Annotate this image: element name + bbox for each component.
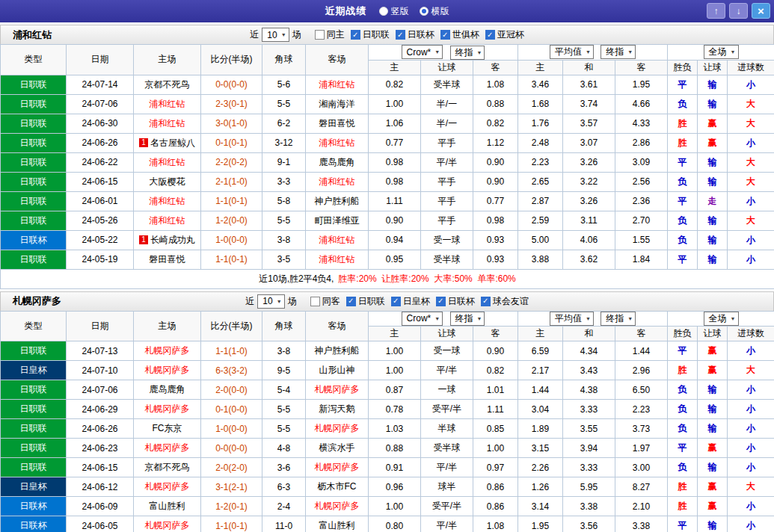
recent-count-select[interactable]: 10▼ (262, 28, 289, 42)
home-team: 大阪樱花 (134, 172, 201, 191)
recent-count-select[interactable]: 10▼ (257, 294, 284, 309)
match-score: 3-1(2-1) (201, 477, 262, 497)
match-date: 24-06-22 (67, 152, 134, 172)
away-team: 札幌冈萨多 (306, 380, 369, 400)
match-score: 6-3(3-2) (201, 361, 262, 380)
asia-handicap: 平/半 (421, 516, 473, 532)
filter-checkbox-same-home[interactable]: 同主 (315, 28, 345, 41)
filter-checkbox-club-world-cup[interactable]: ✓世俱杯 (440, 28, 479, 41)
average-value: 平均值 (555, 312, 582, 325)
col-header-outcome: 胜负 (668, 60, 698, 75)
checkbox-icon[interactable]: ✓ (481, 297, 491, 306)
asia-home-odds: 1.06 (369, 114, 421, 133)
match-score: 0-0(0-0) (201, 75, 262, 94)
titlebar: 近期战绩 竖版横版 ↑ ↓ × (0, 0, 774, 22)
asia-away-odds: 0.90 (473, 341, 518, 361)
euro-final-odds-select[interactable]: 终指▼ (601, 312, 636, 326)
close-button[interactable]: × (752, 3, 770, 19)
checkbox-icon[interactable]: ✓ (391, 297, 401, 306)
match-date: 24-06-26 (67, 419, 134, 439)
match-date: 24-07-14 (67, 75, 134, 94)
chevron-down-icon: ▼ (586, 49, 591, 55)
filter-checkbox-league-cup[interactable]: ✓日联杯 (396, 28, 434, 41)
checkbox-icon[interactable] (310, 297, 320, 306)
away-team: 町田泽维亚 (306, 211, 369, 230)
euro-away-odds: 2.56 (615, 172, 668, 191)
checkbox-icon[interactable]: ✓ (396, 30, 405, 40)
euro-draw-odds: 3.33 (563, 400, 615, 419)
checkbox-icon[interactable]: ✓ (440, 30, 450, 40)
euro-odds-controls: 平均值▼ 终指▼ (518, 311, 668, 327)
checkbox-icon[interactable]: ✓ (485, 30, 495, 40)
match-type: 日职联 (1, 75, 67, 94)
chevron-down-icon: ▼ (731, 316, 736, 321)
match-row: 日联杯24-05-221长崎成功丸1-0(0-0)3-8浦和红钻0.94受一球0… (1, 230, 774, 250)
titlebar-buttons: ↑ ↓ × (707, 3, 770, 19)
result-handicap: 赢 (698, 341, 728, 361)
filter-checkbox-j1-league[interactable]: ✓日职联 (346, 295, 385, 308)
move-up-button[interactable]: ↑ (707, 3, 725, 19)
match-row: 日皇杯24-06-12札幌冈萨多3-1(2-1)6-3枥木市FC0.96球半0.… (1, 477, 774, 497)
asia-handicap: 平手 (421, 191, 473, 211)
radio-icon[interactable] (420, 7, 429, 16)
filter-checkbox-acl[interactable]: ✓亚冠杯 (485, 28, 524, 41)
filter-checkbox-club-friendly[interactable]: ✓球会友谊 (481, 295, 529, 308)
radio-icon[interactable] (379, 7, 388, 16)
euro-home-odds: 2.65 (518, 172, 563, 191)
euro-draw-odds: 3.74 (563, 94, 615, 114)
bookmaker-select[interactable]: Crow*▼ (402, 45, 443, 59)
match-row: 日职联24-06-29札幌冈萨多0-1(0-0)5-5新泻天鹅0.78受平/半1… (1, 400, 774, 419)
col-header-home: 主场 (134, 311, 201, 341)
asia-home-odds: 1.11 (369, 191, 421, 211)
col-header-euro-away: 客 (615, 327, 668, 341)
euro-final-odds-select[interactable]: 终指▼ (601, 45, 636, 59)
result-goals: 小 (728, 458, 774, 477)
euro-home-odds: 5.00 (518, 230, 563, 250)
euro-draw-odds: 4.34 (563, 341, 615, 361)
summary-cell: 近10场,胜2平4负4,胜率:20% 让胜率:20% 大率:50% 单率:60% (1, 269, 774, 288)
checkbox-icon[interactable] (315, 30, 325, 40)
move-down-button[interactable]: ↓ (729, 3, 748, 19)
result-goals: 大 (728, 114, 774, 133)
bookmaker-select[interactable]: Crow*▼ (402, 312, 443, 326)
col-header-handicap-result: 让球 (698, 60, 728, 75)
average-odds-select[interactable]: 平均值▼ (550, 45, 594, 59)
match-date: 24-05-22 (67, 230, 134, 250)
summary-stats: 胜率:20% 让胜率:20% 大率:50% 单率:60% (338, 273, 515, 284)
checkbox-icon[interactable]: ✓ (436, 297, 446, 306)
asia-away-odds: 1.12 (473, 133, 518, 152)
match-row: 日职联24-07-06浦和红钻2-3(0-1)5-5湘南海洋1.00半/一0.8… (1, 94, 774, 114)
result-goals: 小 (728, 419, 774, 439)
match-type: 日职联 (1, 191, 67, 211)
match-date: 24-05-19 (67, 250, 134, 269)
match-date: 24-06-15 (67, 172, 134, 191)
asia-final-odds-select[interactable]: 终指▼ (450, 312, 485, 326)
filter-checkbox-league-cup[interactable]: ✓日联杯 (436, 295, 475, 308)
average-odds-select[interactable]: 平均值▼ (550, 312, 594, 326)
layout-radio-horizontal[interactable]: 横版 (420, 5, 449, 18)
asia-final-odds-select[interactable]: 终指▼ (450, 46, 485, 60)
col-header-euro-home: 主 (518, 60, 563, 75)
result-handicap: 输 (698, 400, 728, 419)
euro-home-odds: 2.48 (518, 133, 563, 152)
away-team: 札幌冈萨多 (306, 458, 369, 477)
match-row: 日职联24-06-15京都不死鸟2-0(2-0)3-6札幌冈萨多0.91平/半0… (1, 458, 774, 477)
fulltime-select[interactable]: 全场▼ (704, 45, 739, 59)
games-label: 场 (292, 28, 301, 41)
euro-draw-odds: 4.38 (563, 380, 615, 400)
checkbox-icon[interactable]: ✓ (346, 297, 356, 306)
layout-radio-vertical[interactable]: 竖版 (379, 5, 409, 18)
fulltime-select[interactable]: 全场▼ (704, 312, 739, 326)
euro-home-odds: 1.44 (518, 380, 563, 400)
filter-checkbox-emperors-cup[interactable]: ✓日皇杯 (391, 295, 430, 308)
match-type: 日职联 (1, 152, 67, 172)
games-label: 场 (288, 295, 297, 308)
filter-checkbox-j1-league[interactable]: ✓日职联 (351, 28, 390, 41)
result-outcome: 负 (668, 380, 698, 400)
euro-away-odds: 3.73 (615, 419, 668, 439)
filter-checkbox-same-away[interactable]: 同客 (310, 295, 340, 308)
result-outcome: 胜 (668, 361, 698, 380)
match-type: 日职联 (1, 211, 67, 230)
checkbox-icon[interactable]: ✓ (351, 30, 360, 40)
chevron-down-icon: ▼ (434, 316, 440, 321)
